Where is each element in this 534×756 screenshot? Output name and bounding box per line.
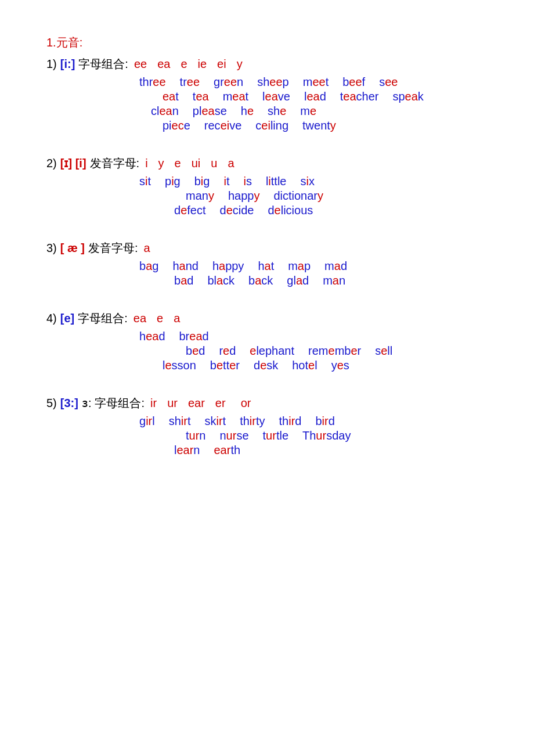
phoneme-e: 4) [e] 字母组合: ea e a head bread bed red e… <box>46 311 488 372</box>
word-line: bed red elephant remember sell <box>186 344 488 358</box>
phoneme-label-4: [e] <box>60 312 74 325</box>
word-line: head bread <box>139 330 488 343</box>
phoneme-number-2: 2) <box>46 157 57 170</box>
word-line: bag hand happy hat map mad <box>139 260 488 273</box>
word-line: bad black back glad man <box>174 274 488 287</box>
phoneme-desc-5: 字母组合: <box>95 395 145 411</box>
word-line: sit pig big it is little six <box>139 175 488 188</box>
word-line: defect decide delicious <box>174 204 488 217</box>
word-line: lesson better desk hotel yes <box>163 359 488 372</box>
phoneme-label-5: [3:] <box>60 397 78 410</box>
phoneme-desc-2: 发音字母: <box>90 156 140 171</box>
phoneme-number-1: 1) <box>46 57 57 71</box>
page-container: 1.元音: 1) [i:] 字母组合: ee ea e ie ei y thre… <box>46 35 488 457</box>
word-line: turn nurse turtle Thursday <box>186 429 488 442</box>
phoneme-number-5: 5) <box>46 397 57 410</box>
phoneme-label-5b: ɜ: <box>82 396 92 410</box>
phoneme-label-2: [ɪ] [i] <box>60 156 86 170</box>
word-line: many happy dictionary <box>186 189 488 203</box>
phoneme-combos-5: ir ur ear er or <box>150 397 251 410</box>
word-line: girl shirt skirt thirty third bird <box>139 415 488 428</box>
word-line: clean please he she me <box>151 105 488 118</box>
phoneme-combos-1: ee ea e ie ei y <box>134 57 243 71</box>
phoneme-ae: 3) [ æ ] 发音字母: a bag hand happy hat map … <box>46 240 488 287</box>
phoneme-elong: 5) [3:] ɜ: 字母组合: ir ur ear er or girl sh… <box>46 395 488 457</box>
word-line: eat tea meat leave lead teacher speak <box>163 90 488 103</box>
section-title: 1.元音: <box>46 35 488 51</box>
phoneme-label-3: [ æ ] <box>60 242 85 255</box>
word-line: learn earth <box>174 444 488 457</box>
phoneme-ishort: 2) [ɪ] [i] 发音字母: i y e ui u a sit pig bi… <box>46 156 488 217</box>
phoneme-ilong: 1) [i:] 字母组合: ee ea e ie ei y three tree… <box>46 56 488 132</box>
phoneme-desc-1: 字母组合: <box>78 56 128 72</box>
phoneme-number-4: 4) <box>46 312 57 325</box>
phoneme-combos-4: ea e a <box>134 312 181 325</box>
phoneme-desc-4: 字母组合: <box>78 311 128 326</box>
phoneme-number-3: 3) <box>46 242 57 255</box>
word-line: piece receive ceiling twenty <box>163 119 488 132</box>
phoneme-label-1: [i:] <box>60 57 75 71</box>
word-line: three tree green sheep meet beef see <box>139 75 488 89</box>
phoneme-desc-3: 发音字母: <box>88 240 138 256</box>
phoneme-combos-3: a <box>144 242 150 255</box>
phoneme-combos-2: i y e ui u a <box>145 157 234 170</box>
